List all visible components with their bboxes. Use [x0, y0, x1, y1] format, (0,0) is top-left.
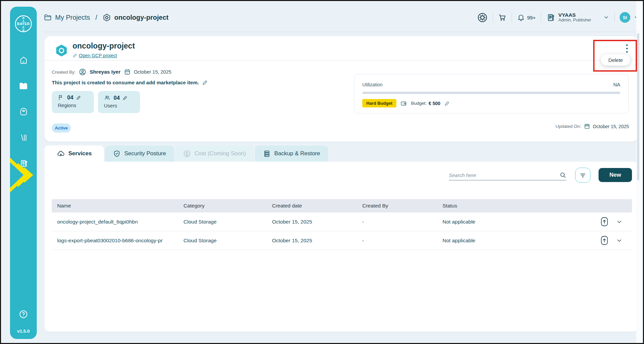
service-status: Not applicable [437, 219, 565, 225]
folder-breadcrumb-icon [44, 13, 52, 21]
help-icon [19, 310, 28, 319]
expand-row-chevron-icon[interactable] [616, 219, 623, 225]
breadcrumb-separator: / [95, 14, 97, 21]
sidebar-item-marketplace[interactable] [16, 104, 31, 119]
expand-row-chevron-icon[interactable] [616, 237, 623, 244]
updated-on-label: Updated On: [555, 124, 581, 129]
column-header-created-by: Created By [357, 203, 437, 209]
project-menu-kebab-button[interactable] [622, 41, 632, 56]
service-created-date: October 15, 2025 [267, 238, 357, 244]
help-button[interactable] [10, 310, 37, 319]
divider [614, 12, 615, 22]
search-input[interactable] [449, 172, 559, 178]
project-created-date: October 15, 2025 [134, 69, 171, 75]
tab-services[interactable]: Services [44, 146, 104, 162]
budget-amount: € 500 [429, 101, 440, 106]
open-gcp-label: Open GCP project [79, 53, 117, 58]
tab-label: Cost (Coming Soon) [195, 150, 246, 157]
budget-label: Budget: [411, 101, 427, 106]
building-icon [19, 159, 28, 168]
tenant-labels: VYAAS Admin, Publisher [558, 12, 591, 23]
card-divider [44, 60, 638, 61]
sidebar-item-library[interactable] [16, 130, 31, 145]
services-panel: New Name Category Created date Created B… [44, 162, 638, 332]
sidebar-item-home[interactable] [16, 53, 31, 68]
column-header-category: Category [178, 203, 267, 209]
project-description-row: This project is created to consume and a… [52, 80, 208, 85]
row-actions [565, 236, 632, 245]
project-summary-card: oncology-project Open GCP project Create… [44, 36, 638, 142]
open-gcp-link[interactable]: Open GCP project [73, 53, 117, 58]
utilization-card: Utilization NA Hard Budget Budget: € 500 [354, 74, 629, 113]
edit-regions-pencil-icon[interactable] [76, 95, 81, 100]
tab-label: Backup & Restore [274, 150, 320, 157]
sidebar: BAYER B A E R [10, 7, 37, 339]
settings-seal-button[interactable] [477, 12, 488, 23]
tab-cost-coming-soon: Cost (Coming Soon) [175, 146, 254, 162]
sidebar-item-projects[interactable] [16, 79, 31, 93]
regions-count: 04 [67, 94, 73, 101]
sidebar-nav [10, 53, 37, 171]
server-stack-icon [263, 150, 271, 158]
person-icon [79, 68, 86, 76]
cart-button[interactable] [498, 13, 507, 22]
table-header-row: Name Category Created date Created By St… [52, 199, 632, 212]
folder-icon [19, 81, 28, 91]
breadcrumb-current: oncology-project [114, 14, 168, 21]
service-created-by: - [357, 219, 437, 225]
service-created-by: - [357, 238, 437, 244]
notifications-count: 99+ [527, 15, 535, 20]
export-upload-icon[interactable] [601, 236, 608, 245]
services-table: Name Category Created date Created By St… [52, 199, 632, 250]
scrollbar-thumb[interactable] [637, 33, 639, 180]
breadcrumb-my-projects[interactable]: My Projects [55, 14, 90, 21]
calendar-icon [124, 69, 131, 75]
column-header-name: Name [52, 203, 178, 209]
home-icon [19, 56, 28, 65]
utilization-label: Utilization [362, 82, 383, 87]
filter-icon [579, 172, 587, 179]
regions-stat-box: 04 Regions [52, 91, 94, 113]
books-icon [19, 133, 28, 142]
breadcrumb: My Projects / oncology-project [44, 13, 168, 22]
notifications-button[interactable]: 99+ [517, 13, 535, 21]
edit-description-pencil-icon[interactable] [202, 80, 208, 85]
tenant-switcher[interactable]: VYAAS Admin, Publisher [546, 12, 609, 23]
avatar: SI [620, 12, 630, 23]
budget-type-badge: Hard Budget [362, 99, 396, 107]
project-title: oncology-project [73, 41, 135, 51]
new-service-button[interactable]: New [599, 168, 632, 182]
edit-users-pencil-icon[interactable] [123, 95, 128, 100]
users-stat-box: 04 Users [98, 91, 140, 113]
sidebar-item-organization[interactable] [16, 156, 31, 171]
service-name: oncology-project_default_6qpi0hbn [52, 219, 178, 225]
link-icon [73, 53, 77, 58]
tab-security-posture[interactable]: Security Posture [105, 146, 174, 162]
regions-label: Regions [58, 102, 89, 108]
row-actions [565, 217, 632, 226]
svg-text:A: A [22, 19, 24, 23]
context-menu-delete[interactable]: Delete [601, 54, 630, 66]
created-by-row: Created By: Shreyas Iyer October 15, 202… [52, 68, 171, 76]
users-count: 04 [114, 95, 120, 101]
service-category: Cloud Storage [178, 219, 267, 225]
utilization-value: NA [613, 82, 620, 87]
app-version: v1.5.0 [10, 329, 37, 334]
export-upload-icon[interactable] [601, 217, 608, 226]
tenant-name: VYAAS [558, 12, 591, 18]
bayer-logo: BAYER B A E R [14, 15, 32, 33]
tab-backup-restore[interactable]: Backup & Restore [255, 146, 328, 162]
table-row: logs-export-pbeat03002010-b686-oncology-… [52, 231, 632, 250]
edit-budget-pencil-icon[interactable] [444, 101, 450, 106]
users-label: Users [104, 103, 135, 108]
service-category: Cloud Storage [178, 238, 267, 244]
app-root: BAYER B A E R [0, 0, 644, 344]
service-created-date: October 15, 2025 [267, 219, 357, 225]
filter-button[interactable] [575, 168, 591, 183]
wallet-icon [400, 100, 407, 107]
project-tabs: Services Security Posture Cost (Coming S… [44, 146, 328, 162]
divider [493, 12, 493, 22]
updated-on-row: Updated On: October 15, 2025 [555, 123, 629, 130]
organization-icon [546, 13, 555, 22]
column-header-created-date: Created date [267, 203, 357, 209]
